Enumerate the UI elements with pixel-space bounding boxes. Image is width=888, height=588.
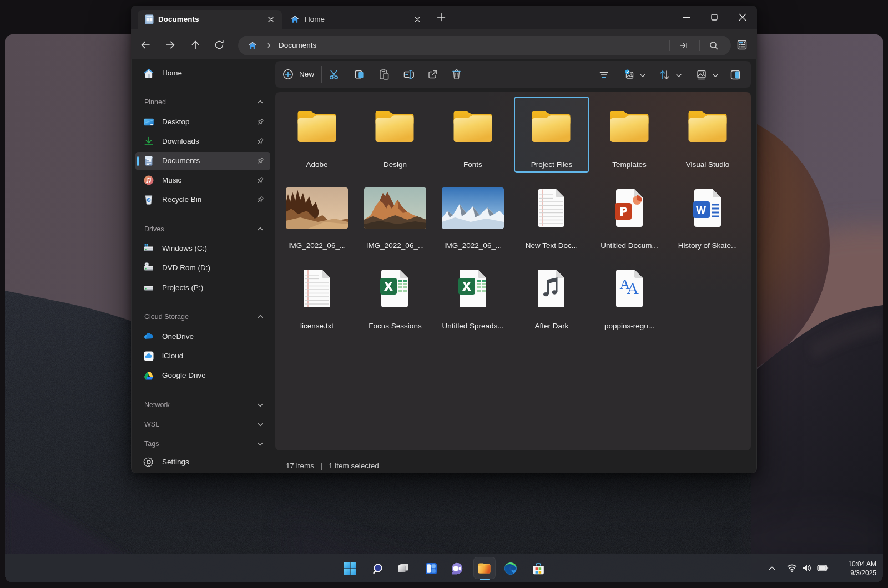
svg-text:A: A [627, 279, 639, 297]
